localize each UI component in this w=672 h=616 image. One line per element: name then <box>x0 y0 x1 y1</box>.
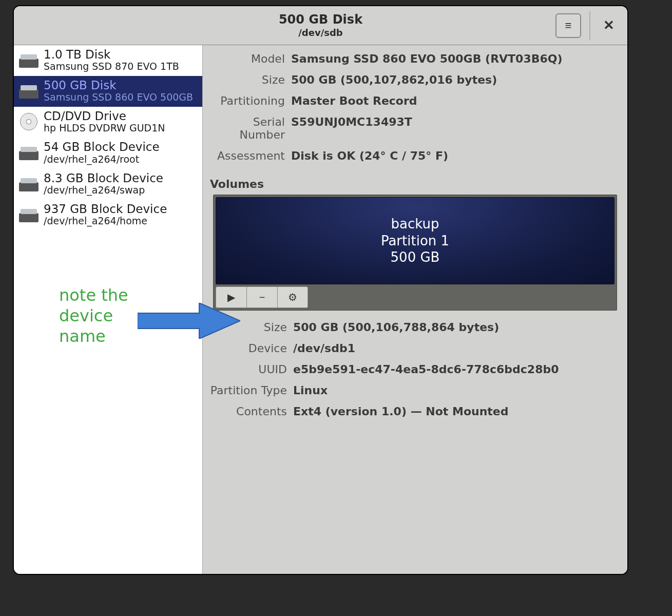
drive-item-937gb[interactable]: 937 GB Block Device /dev/rhel_a264/home <box>14 200 202 230</box>
disk-properties: Model Samsung SSD 860 EVO 500GB (RVT03B6… <box>208 52 617 162</box>
optical-icon <box>19 114 39 129</box>
label-ptype: Partition Type <box>210 384 287 397</box>
value-assessment: Disk is OK (24° C / 75° F) <box>291 149 617 162</box>
titlebar: 500 GB Disk /dev/sdb ≡ ✕ <box>14 6 627 45</box>
label-psize: Size <box>210 321 287 334</box>
value-device: /dev/sdb1 <box>293 342 617 355</box>
label-serial: Serial Number <box>208 116 285 141</box>
window-body: 1.0 TB Disk Samsung SSD 870 EVO 1TB 500 … <box>14 45 627 574</box>
value-uuid: e5b9e591-ec47-4ea5-8dc6-778c6bdc28b0 <box>293 363 617 376</box>
label-contents: Contents <box>210 405 287 418</box>
drive-sub: /dev/rhel_a264/swap <box>44 184 163 196</box>
drive-sub: Samsung SSD 870 EVO 1TB <box>44 61 179 72</box>
minus-icon: − <box>259 292 265 303</box>
title-center: 500 GB Disk /dev/sdb <box>279 12 362 38</box>
label-size: Size <box>208 73 285 86</box>
label-uuid: UUID <box>210 363 287 376</box>
partition-size: 500 GB <box>391 249 440 266</box>
drive-name: CD/DVD Drive <box>44 110 165 122</box>
close-icon: ✕ <box>603 17 615 33</box>
drive-name: 1.0 TB Disk <box>44 48 179 61</box>
drive-sub: Samsung SSD 860 EVO 500GB <box>44 91 193 103</box>
separator <box>589 11 590 40</box>
value-contents: Ext4 (version 1.0) — Not Mounted <box>293 405 617 418</box>
value-size: 500 GB (500,107,862,016 bytes) <box>291 73 617 86</box>
label-partitioning: Partitioning <box>208 94 285 107</box>
partition-properties: Size 500 GB (500,106,788,864 bytes) Devi… <box>210 321 617 418</box>
drive-name: 937 GB Block Device <box>44 203 167 215</box>
drive-sub: /dev/rhel_a264/home <box>44 215 167 226</box>
volumes-heading: Volumes <box>210 178 617 190</box>
label-device: Device <box>210 342 287 355</box>
partition-label: Partition 1 <box>381 233 449 249</box>
play-icon: ▶ <box>227 291 235 303</box>
value-model: Samsung SSD 860 EVO 500GB (RVT03B6Q) <box>291 52 617 65</box>
delete-partition-button[interactable]: − <box>246 286 277 308</box>
hdd-icon <box>19 207 39 222</box>
value-psize: 500 GB (500,106,788,864 bytes) <box>293 321 617 334</box>
partition-settings-button[interactable]: ⚙ <box>277 286 308 308</box>
hdd-icon <box>19 176 39 191</box>
value-partitioning: Master Boot Record <box>291 94 617 107</box>
app-window: 500 GB Disk /dev/sdb ≡ ✕ 1.0 TB Disk Sam… <box>13 5 628 575</box>
drive-sub: /dev/rhel_a264/root <box>44 153 160 165</box>
drive-name: 500 GB Disk <box>44 79 193 91</box>
window-subtitle: /dev/sdb <box>279 27 362 38</box>
gear-icon: ⚙ <box>288 291 297 303</box>
close-button[interactable]: ✕ <box>599 15 619 36</box>
drive-name: 8.3 GB Block Device <box>44 172 163 184</box>
value-serial: S59UNJ0MC13493T <box>291 116 617 141</box>
title-actions: ≡ ✕ <box>555 11 619 40</box>
label-assessment: Assessment <box>208 149 285 162</box>
hdd-icon <box>19 145 39 160</box>
main-panel: Model Samsung SSD 860 EVO 500GB (RVT03B6… <box>203 45 627 574</box>
drive-item-500gb[interactable]: 500 GB Disk Samsung SSD 860 EVO 500GB <box>14 76 202 107</box>
partition-name: backup <box>391 216 439 233</box>
drive-item-cddvd[interactable]: CD/DVD Drive hp HLDS DVDRW GUD1N <box>14 107 202 138</box>
label-model: Model <box>208 52 285 65</box>
volumes-box: backup Partition 1 500 GB ▶ − ⚙ <box>213 195 617 311</box>
drive-name: 54 GB Block Device <box>44 141 160 153</box>
value-ptype: Linux <box>293 384 617 397</box>
drive-item-8gb[interactable]: 8.3 GB Block Device /dev/rhel_a264/swap <box>14 169 202 200</box>
hdd-icon <box>19 83 39 99</box>
hdd-icon <box>19 52 39 68</box>
drive-item-54gb[interactable]: 54 GB Block Device /dev/rhel_a264/root <box>14 138 202 168</box>
hamburger-icon: ≡ <box>565 19 572 32</box>
partition-block[interactable]: backup Partition 1 500 GB <box>216 197 615 284</box>
hamburger-menu-button[interactable]: ≡ <box>555 13 581 38</box>
volume-toolbar: ▶ − ⚙ <box>216 284 615 308</box>
window-title: 500 GB Disk <box>279 12 362 27</box>
drive-list-sidebar: 1.0 TB Disk Samsung SSD 870 EVO 1TB 500 … <box>14 45 203 574</box>
drive-sub: hp HLDS DVDRW GUD1N <box>44 122 165 133</box>
drive-item-1tb[interactable]: 1.0 TB Disk Samsung SSD 870 EVO 1TB <box>14 45 202 76</box>
mount-button[interactable]: ▶ <box>216 286 246 308</box>
